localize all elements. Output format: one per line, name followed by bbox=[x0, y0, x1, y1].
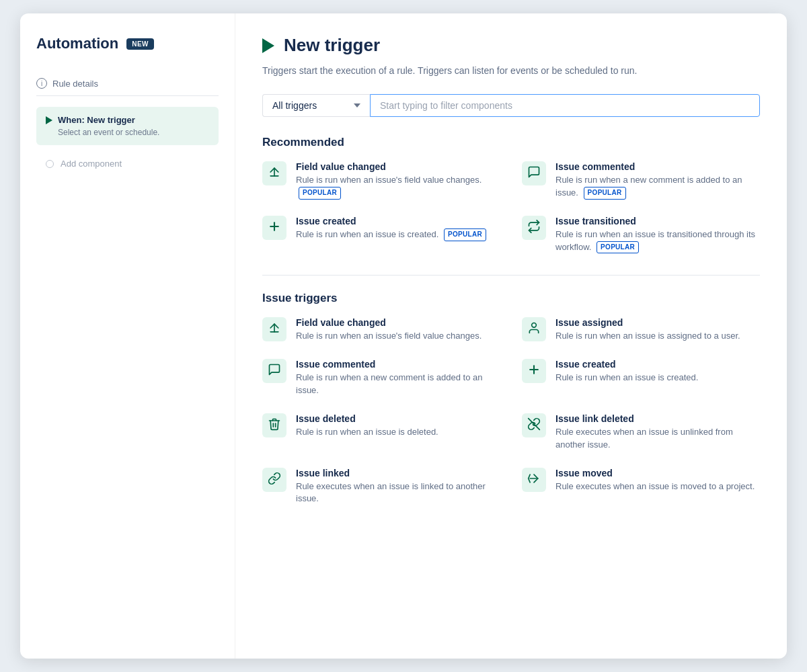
trigger-desc: Rule executes when an issue is moved to … bbox=[555, 480, 755, 493]
trigger-desc: Rule is run when a new comment is added … bbox=[555, 174, 760, 200]
trigger-info: Issue created Rule is run when an issue … bbox=[296, 216, 486, 241]
trigger-item[interactable]: Issue created Rule is run when an issue … bbox=[262, 216, 500, 254]
issue-triggers-grid: Field value changed Rule is run when an … bbox=[262, 317, 760, 505]
comment-icon bbox=[268, 363, 281, 379]
trigger-desc: Rule is run when an issue's field value … bbox=[296, 330, 482, 343]
chevron-down-icon bbox=[354, 103, 360, 108]
trigger-name: Issue moved bbox=[555, 468, 755, 478]
trigger-icon-wrap bbox=[522, 317, 546, 341]
trigger-desc: Rule is run when a new comment is added … bbox=[296, 372, 500, 397]
trigger-item[interactable]: Issue moved Rule executes when an issue … bbox=[522, 468, 760, 506]
issue-triggers-section: Issue triggers Field value changed Rule … bbox=[262, 292, 760, 505]
trigger-item[interactable]: Issue assigned Rule is run when an issue… bbox=[522, 317, 760, 343]
trigger-icon-wrap bbox=[262, 413, 286, 437]
trigger-item[interactable]: Field value changed Rule is run when an … bbox=[262, 161, 500, 200]
trigger-name: Issue commented bbox=[296, 359, 500, 370]
popular-badge: POPULAR bbox=[299, 187, 341, 200]
trigger-info: Issue commented Rule is run when a new c… bbox=[296, 359, 500, 397]
transition-icon bbox=[527, 220, 541, 236]
move-icon bbox=[527, 472, 541, 488]
sidebar-trigger-header: When: New trigger bbox=[46, 115, 209, 125]
trigger-name: Issue created bbox=[555, 359, 698, 370]
trigger-desc: Rule is run when an issue is created. bbox=[555, 372, 698, 384]
add-component-dot bbox=[46, 160, 54, 168]
trigger-item[interactable]: Issue commented Rule is run when a new c… bbox=[262, 359, 500, 397]
page-header: New trigger bbox=[262, 35, 760, 56]
play-icon-small bbox=[46, 116, 52, 124]
trigger-info: Field value changed Rule is run when an … bbox=[296, 317, 482, 343]
popular-badge: POPULAR bbox=[597, 241, 639, 254]
trigger-item[interactable]: Issue deleted Rule is run when an issue … bbox=[262, 413, 500, 452]
rule-details-label: Rule details bbox=[52, 79, 98, 89]
trigger-name: Issue assigned bbox=[555, 317, 740, 328]
trigger-desc: Rule is run when an issue is created. PO… bbox=[296, 228, 486, 241]
recommended-section: Recommended Field value changed Rule is … bbox=[262, 136, 760, 253]
trigger-info: Field value changed Rule is run when an … bbox=[296, 161, 500, 200]
link-icon bbox=[268, 472, 281, 488]
trigger-item[interactable]: Issue commented Rule is run when a new c… bbox=[522, 161, 760, 200]
sidebar: Automation NEW i Rule details When: New … bbox=[20, 13, 235, 659]
trigger-item[interactable]: Issue link deleted Rule executes when an… bbox=[522, 413, 760, 452]
svg-point-8 bbox=[532, 323, 537, 328]
trigger-name: Field value changed bbox=[296, 161, 500, 172]
trigger-icon-wrap bbox=[262, 317, 286, 341]
trigger-item[interactable]: Issue linked Rule executes when an issue… bbox=[262, 468, 500, 506]
recommended-triggers-grid: Field value changed Rule is run when an … bbox=[262, 161, 760, 253]
popular-badge: POPULAR bbox=[444, 228, 486, 241]
popular-badge: POPULAR bbox=[584, 187, 626, 200]
trigger-info: Issue moved Rule executes when an issue … bbox=[555, 468, 755, 493]
trigger-info: Issue deleted Rule is run when an issue … bbox=[296, 413, 438, 439]
app-container: Automation NEW i Rule details When: New … bbox=[20, 13, 787, 659]
trigger-info: Issue link deleted Rule executes when an… bbox=[555, 413, 760, 452]
recommended-section-title: Recommended bbox=[262, 136, 760, 149]
trigger-desc: Rule is run when an issue is transitione… bbox=[555, 228, 760, 254]
sidebar-trigger-subtitle: Select an event or schedule. bbox=[46, 128, 209, 137]
sidebar-rule-details[interactable]: i Rule details bbox=[36, 71, 219, 96]
add-component-label: Add component bbox=[61, 159, 122, 169]
comment-icon bbox=[527, 165, 541, 181]
field-value-icon bbox=[268, 321, 281, 337]
page-title: New trigger bbox=[284, 35, 380, 56]
page-description: Triggers start the execution of a rule. … bbox=[262, 64, 760, 78]
trigger-name: Issue created bbox=[296, 216, 486, 226]
trigger-icon-wrap bbox=[522, 216, 546, 240]
trigger-info: Issue created Rule is run when an issue … bbox=[555, 359, 698, 384]
trigger-item[interactable]: Issue transitioned Rule is run when an i… bbox=[522, 216, 760, 254]
trigger-icon-wrap bbox=[522, 468, 546, 492]
filter-dropdown-label: All triggers bbox=[272, 100, 317, 111]
filter-bar: All triggers bbox=[262, 94, 760, 117]
sidebar-trigger-item[interactable]: When: New trigger Select an event or sch… bbox=[36, 107, 219, 145]
trigger-desc: Rule is run when an issue is assigned to… bbox=[555, 330, 740, 343]
trigger-info: Issue linked Rule executes when an issue… bbox=[296, 468, 500, 506]
trigger-desc: Rule is run when an issue is deleted. bbox=[296, 426, 438, 439]
trigger-name: Issue transitioned bbox=[555, 216, 760, 226]
main-content: New trigger Triggers start the execution… bbox=[235, 13, 787, 659]
trigger-name: Issue link deleted bbox=[555, 413, 760, 424]
filter-dropdown[interactable]: All triggers bbox=[262, 94, 370, 117]
trigger-info: Issue assigned Rule is run when an issue… bbox=[555, 317, 740, 343]
plus-icon bbox=[527, 363, 541, 379]
trigger-desc: Rule executes when an issue is unlinked … bbox=[555, 426, 760, 452]
info-icon: i bbox=[36, 78, 47, 89]
trigger-desc: Rule executes when an issue is linked to… bbox=[296, 480, 500, 506]
trigger-icon-wrap bbox=[522, 359, 546, 383]
sidebar-title: Automation bbox=[36, 35, 118, 52]
trigger-info: Issue transitioned Rule is run when an i… bbox=[555, 216, 760, 254]
section-divider bbox=[262, 275, 760, 276]
trigger-name: Issue commented bbox=[555, 161, 760, 172]
delete-icon bbox=[268, 417, 281, 433]
trigger-item[interactable]: Field value changed Rule is run when an … bbox=[262, 317, 500, 343]
trigger-desc: Rule is run when an issue's field value … bbox=[296, 174, 500, 200]
trigger-item[interactable]: Issue created Rule is run when an issue … bbox=[522, 359, 760, 397]
trigger-name: Field value changed bbox=[296, 317, 482, 328]
sidebar-header: Automation NEW bbox=[36, 35, 219, 52]
sidebar-trigger-title: When: New trigger bbox=[58, 115, 135, 125]
filter-input[interactable] bbox=[370, 94, 760, 117]
field-value-icon bbox=[268, 165, 281, 181]
issue-triggers-section-title: Issue triggers bbox=[262, 292, 760, 305]
trigger-icon-wrap bbox=[262, 161, 286, 185]
add-component[interactable]: Add component bbox=[36, 151, 219, 177]
trigger-name: Issue linked bbox=[296, 468, 500, 478]
unlink-icon bbox=[527, 417, 541, 433]
trigger-icon-wrap bbox=[262, 216, 286, 240]
